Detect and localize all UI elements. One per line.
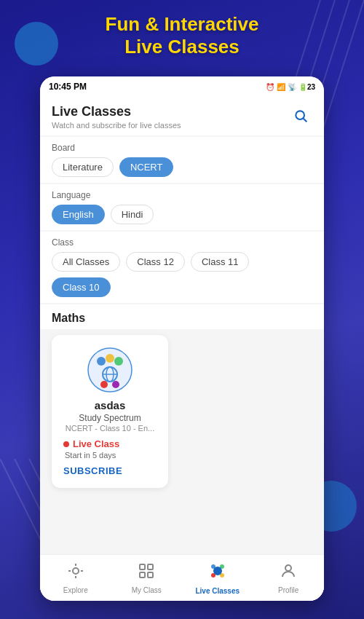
class-filter-pills: All Classes Class 12 Class 11 Class 10 [52, 252, 312, 297]
class-filter-label: Class [52, 237, 312, 248]
card-provider: Study Spectrum [63, 413, 157, 423]
svg-point-12 [114, 357, 123, 366]
class-card-icon [87, 347, 133, 393]
class-pill-12[interactable]: Class 12 [126, 252, 185, 272]
svg-rect-26 [148, 572, 153, 577]
language-pill-english[interactable]: English [52, 205, 105, 224]
board-pill-ncert[interactable]: NCERT [119, 157, 174, 177]
card-title: asdas [63, 399, 157, 411]
bottom-nav: Explore My Class [40, 554, 324, 601]
header-title: Fun & Interactive Live Classes [0, 13, 364, 58]
card-area: asdas Study Spectrum NCERT - Class 10 - … [40, 329, 324, 494]
svg-point-18 [73, 568, 79, 574]
class-pill-11[interactable]: Class 11 [191, 252, 250, 272]
svg-line-33 [214, 567, 215, 569]
live-badge: Live Class [63, 438, 119, 449]
nav-item-my-class[interactable]: My Class [111, 555, 183, 601]
svg-point-16 [100, 381, 108, 388]
my-class-icon [138, 562, 155, 584]
phone-frame: 10:45 PM ⏰ 📶 📡 🔋23 Live Classes Watch an… [40, 76, 324, 601]
page-subtitle: Watch and subscribe for live classes [52, 121, 181, 130]
subject-name: Maths [52, 312, 312, 325]
svg-rect-24 [148, 564, 153, 569]
board-pill-literature[interactable]: Literature [52, 157, 114, 177]
class-filter-section: Class All Classes Class 12 Class 11 Clas… [40, 232, 324, 303]
app-content: Live Classes Watch and subscribe for liv… [40, 97, 324, 601]
battery-icon: 🔋23 [298, 83, 315, 91]
subject-heading: Maths [40, 304, 324, 329]
live-classes-icon [208, 561, 227, 585]
status-icons: ⏰ 📶 📡 🔋23 [266, 83, 315, 91]
svg-line-36 [220, 573, 221, 575]
start-info-text: Start in 5 days [65, 451, 116, 460]
language-filter-section: Language English Hindi [40, 184, 324, 230]
svg-line-8 [304, 119, 307, 122]
alarm-icon: ⏰ [266, 83, 274, 91]
board-filter-pills: Literature NCERT [52, 157, 312, 177]
signal-bars-icon: 📡 [288, 83, 296, 91]
svg-line-35 [214, 573, 215, 575]
svg-point-11 [106, 354, 114, 363]
svg-rect-25 [140, 572, 145, 577]
card-meta: NCERT - Class 10 - En... [63, 424, 157, 433]
header-title-line2: Live Classes [124, 36, 240, 58]
status-time: 10:45 PM [49, 82, 87, 92]
top-bar-text: Live Classes Watch and subscribe for liv… [52, 104, 181, 130]
board-filter-section: Board Literature NCERT [40, 137, 324, 183]
board-filter-label: Board [52, 143, 312, 153]
svg-line-34 [220, 567, 221, 569]
search-button[interactable] [289, 104, 312, 127]
subscribe-button[interactable]: SUBSCRIBE [63, 465, 122, 476]
language-filter-pills: English Hindi [52, 205, 312, 224]
nav-item-live-classes[interactable]: Live Classes [182, 555, 253, 601]
top-bar: Live Classes Watch and subscribe for liv… [40, 97, 324, 135]
svg-point-17 [112, 381, 119, 388]
nav-item-profile[interactable]: Profile [253, 555, 325, 601]
profile-icon [280, 562, 297, 584]
language-pill-hindi[interactable]: Hindi [111, 205, 154, 224]
svg-point-7 [296, 111, 304, 119]
svg-point-10 [97, 357, 106, 366]
live-class-card: asdas Study Spectrum NCERT - Class 10 - … [52, 335, 168, 488]
nav-label-live-classes: Live Classes [195, 587, 240, 595]
class-pill-10[interactable]: Class 10 [52, 277, 111, 297]
explore-icon [67, 562, 84, 584]
language-filter-label: Language [52, 190, 312, 200]
status-bar: 10:45 PM ⏰ 📶 📡 🔋23 [40, 76, 324, 97]
nav-label-profile: Profile [278, 586, 298, 594]
nav-label-my-class: My Class [132, 586, 162, 594]
svg-point-37 [285, 565, 291, 571]
wifi-icon: 📶 [277, 83, 285, 91]
class-pill-all[interactable]: All Classes [52, 252, 120, 272]
nav-label-explore: Explore [63, 586, 88, 594]
page-title: Live Classes [52, 104, 181, 119]
live-status-text: Live Class [73, 438, 119, 449]
svg-rect-23 [140, 564, 145, 569]
live-dot [63, 441, 69, 447]
nav-item-explore[interactable]: Explore [40, 555, 111, 601]
header-title-line1: Fun & Interactive [106, 13, 259, 35]
